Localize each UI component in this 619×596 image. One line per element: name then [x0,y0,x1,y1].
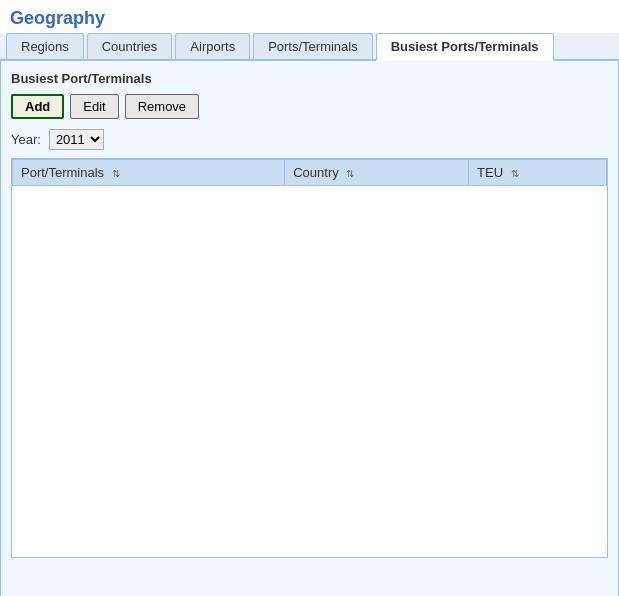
data-table: Port/Terminals ⇅ Country ⇅ TEU ⇅ [12,159,607,186]
section-title: Busiest Port/Terminals [11,71,608,86]
table-header-row: Port/Terminals ⇅ Country ⇅ TEU ⇅ [13,160,607,186]
remove-button[interactable]: Remove [125,94,199,119]
col-country[interactable]: Country ⇅ [285,160,469,186]
app-header: Geography [0,0,619,33]
edit-button[interactable]: Edit [70,94,118,119]
col-port-terminals[interactable]: Port/Terminals ⇅ [13,160,285,186]
add-button[interactable]: Add [11,94,64,119]
button-bar: Add Edit Remove [11,94,608,119]
col-teu[interactable]: TEU ⇅ [469,160,607,186]
tab-airports[interactable]: Airports [175,33,250,59]
app-title: Geography [10,8,105,28]
tabs-bar: Regions Countries Airports Ports/Termina… [0,33,619,61]
sort-icon-teu: ⇅ [511,168,519,179]
tab-busiest-ports-terminals[interactable]: Busiest Ports/Terminals [376,33,554,61]
tab-regions[interactable]: Regions [6,33,84,59]
year-label: Year: [11,132,41,147]
tab-ports-terminals[interactable]: Ports/Terminals [253,33,373,59]
sort-icon-port: ⇅ [112,168,120,179]
table-container: Port/Terminals ⇅ Country ⇅ TEU ⇅ [11,158,608,558]
tab-countries[interactable]: Countries [87,33,173,59]
main-content: Busiest Port/Terminals Add Edit Remove Y… [0,61,619,596]
sort-icon-country: ⇅ [346,168,354,179]
year-select[interactable]: 2009 2010 2011 2012 2013 [49,129,104,150]
year-bar: Year: 2009 2010 2011 2012 2013 [11,129,608,150]
